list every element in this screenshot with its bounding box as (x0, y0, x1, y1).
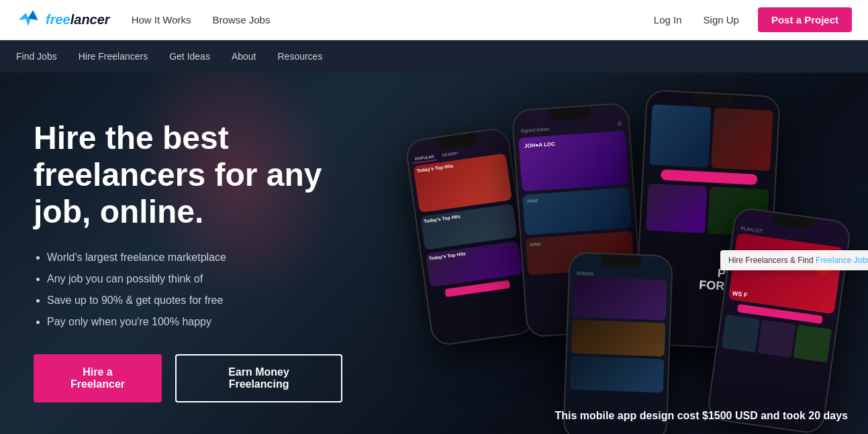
hero-phones: POPULAR NEARBY Today's Top Hits Today's … (398, 79, 868, 434)
hero-bullets: World's largest freelance marketplace An… (34, 250, 342, 330)
hero-tooltip: Hire Freelancers & Find Freelance Jobs O… (720, 250, 868, 270)
bullet-4: Pay only when you're 100% happy (47, 314, 342, 330)
post-project-button[interactable]: Post a Project (758, 7, 852, 32)
nav-browse-jobs[interactable]: Browse Jobs (213, 14, 271, 25)
hero-content: Hire the best freelancers for any job, o… (0, 72, 376, 402)
top-nav: freelancer How It Works Browse Jobs Log … (0, 0, 868, 40)
secondary-nav-find-jobs[interactable]: Find Jobs (16, 42, 57, 71)
hire-freelancer-button[interactable]: Hire a Freelancer (34, 354, 162, 402)
hero-buttons: Hire a Freelancer Earn Money Freelancing (34, 354, 342, 402)
logo[interactable]: freelancer (16, 8, 110, 32)
top-nav-right: Log In Sign Up Post a Project (651, 7, 852, 32)
hero-caption: This mobile app design cost $1500 USD an… (554, 410, 848, 422)
earn-money-button[interactable]: Earn Money Freelancing (175, 354, 342, 402)
signup-button[interactable]: Sign Up (701, 9, 742, 31)
nav-how-it-works[interactable]: How It Works (132, 14, 191, 25)
bullet-2: Any job you can possibly think of (47, 271, 342, 287)
phone-screen-5: SONGS (564, 253, 672, 434)
secondary-nav: Find Jobs Hire Freelancers Get Ideas Abo… (0, 40, 868, 72)
secondary-nav-get-ideas[interactable]: Get Ideas (169, 42, 210, 71)
phone-mockup-5: SONGS (563, 252, 673, 434)
login-button[interactable]: Log In (651, 9, 685, 31)
hero-title: Hire the best freelancers for any job, o… (34, 119, 342, 231)
top-nav-left: freelancer How It Works Browse Jobs (16, 8, 270, 32)
secondary-nav-hire-freelancers[interactable]: Hire Freelancers (79, 42, 148, 71)
tooltip-link[interactable]: Freelance Jobs Online (816, 256, 868, 265)
secondary-nav-resources[interactable]: Resources (277, 42, 322, 71)
logo-icon (16, 8, 40, 32)
hero-section: Hire the best freelancers for any job, o… (0, 72, 868, 434)
bullet-3: Save up to 90% & get quotes for free (47, 292, 342, 309)
bullet-1: World's largest freelance marketplace (47, 250, 342, 266)
logo-text: freelancer (46, 12, 110, 28)
phone-notch-5 (601, 254, 642, 268)
secondary-nav-about[interactable]: About (232, 42, 256, 71)
phone-notch-3 (693, 93, 734, 107)
